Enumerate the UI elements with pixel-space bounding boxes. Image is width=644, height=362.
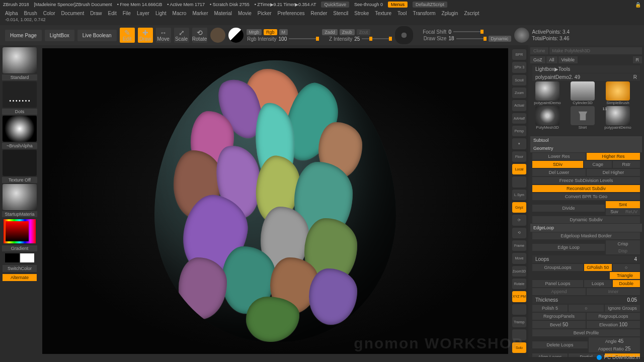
brush-size-preview[interactable] [395, 26, 413, 44]
geo-cage[interactable]: Cage [584, 161, 612, 168]
vp-▾[interactable]: ▾ [512, 138, 526, 149]
tool-PolyMesh3D[interactable]: PolyMesh3D [530, 106, 565, 134]
geo-triangle[interactable]: Triangle [610, 272, 640, 279]
mrgb-button[interactable]: Mrgb [247, 29, 262, 35]
geo-freeze-subdivision-levels[interactable]: Freeze SubDivision Levels [532, 177, 640, 184]
geo-angle[interactable]: Angle 45 [589, 337, 640, 345]
texture-thumbnail[interactable] [3, 150, 37, 176]
geo-○[interactable]: ○ [613, 264, 640, 271]
geo-del-lower[interactable]: Del Lower [532, 169, 586, 176]
tool-polypaintDemo[interactable]: polypaintDemo [530, 81, 565, 105]
menu-file[interactable]: File [123, 11, 131, 16]
menu-transform[interactable]: Transform [413, 11, 435, 16]
menu-layer[interactable]: Layer [137, 11, 149, 16]
vp-⟳[interactable]: ⟳ [512, 215, 526, 225]
section-edgeloop[interactable]: EdgeLoop [530, 224, 642, 232]
vp-icon-22[interactable] [512, 329, 526, 340]
3d-viewport[interactable] [42, 48, 508, 354]
draw-mode-button[interactable]: ✚Draw [138, 28, 153, 43]
menu-render[interactable]: Render [311, 11, 328, 16]
alpha-thumbnail[interactable] [3, 116, 37, 142]
switch-color-button[interactable]: SwitchColor [3, 265, 37, 272]
geo-aspect[interactable]: Aspect Ratio 25 [589, 345, 640, 352]
geo-crisp[interactable]: Crisp [606, 240, 640, 247]
geo-edge-loop[interactable]: Edge Loop [532, 244, 605, 251]
filter-all[interactable]: All [546, 56, 557, 63]
live-boolean-button[interactable]: Live Boolean [77, 30, 117, 41]
vp-rotate[interactable]: Rotate [512, 279, 526, 289]
geo-del-higher[interactable]: Del Higher [587, 169, 640, 176]
geo-reuv[interactable]: ReUV [623, 208, 640, 215]
geo-suv[interactable]: Suv [606, 208, 623, 215]
geo-disp[interactable]: Disp [606, 247, 640, 254]
geo-○[interactable]: ○ [569, 305, 604, 312]
swatch-white[interactable] [20, 253, 34, 262]
vp-icon-10[interactable] [512, 176, 526, 187]
geo-ignore-groups[interactable]: Ignore Groups [605, 305, 640, 312]
menu-stroke[interactable]: Stroke [354, 11, 369, 16]
clone-button[interactable]: Clone [530, 47, 548, 54]
m-button[interactable]: M [279, 29, 288, 35]
geo-double[interactable]: Double [613, 280, 640, 287]
geo-dynamic-subdiv[interactable]: Dynamic Subdiv [532, 216, 640, 223]
vp-move[interactable]: Move [512, 253, 526, 263]
geo-gpolish-50[interactable]: GPolish 50 [584, 264, 612, 271]
geo-smt[interactable]: Smt [606, 201, 640, 208]
z-intensity-slider[interactable] [362, 38, 392, 39]
geo-groupsloops[interactable]: GroupsLoops [532, 264, 583, 271]
vp-aahalf[interactable]: AAHalf [512, 113, 526, 124]
gizmo-button[interactable] [210, 28, 225, 43]
rotate-mode-button[interactable]: ⟲Rotate [192, 28, 207, 43]
default-zscript[interactable]: DefaultZScript [413, 2, 447, 8]
z-intensity-value[interactable]: 25 [354, 36, 360, 42]
gradient-label[interactable]: Gradient [2, 245, 37, 251]
subtool-section[interactable]: Subtool [530, 136, 642, 144]
vp-scroll[interactable]: Scroll [512, 75, 526, 85]
menu-texture[interactable]: Texture [375, 11, 391, 16]
zcut-button[interactable]: Zcut [357, 29, 371, 35]
menu-brush[interactable]: Brush [24, 11, 37, 16]
geo-rstr[interactable]: Rstr [613, 161, 640, 168]
zadd-button[interactable]: Zadd [322, 29, 338, 35]
geo-bevel[interactable]: Bevel 50 [532, 321, 586, 328]
geo-bevel-profile[interactable]: Bevel Profile [532, 329, 640, 336]
menu-edit[interactable]: Edit [108, 11, 117, 16]
menu-stencil[interactable]: Stencil [333, 11, 348, 16]
vp-zoom3d[interactable]: Zoom3D [512, 266, 526, 277]
focal-shift-value[interactable]: 0 [448, 29, 451, 35]
menu-marker[interactable]: Marker [192, 11, 208, 16]
geo-reconstruct-subdiv[interactable]: Reconstruct Subdiv [532, 185, 640, 192]
geo-polish-5[interactable]: Polish 5 [532, 305, 568, 312]
focal-shift-slider[interactable] [453, 31, 484, 32]
vp-frame[interactable]: Frame [512, 240, 526, 251]
geometry-section[interactable]: Geometry [530, 144, 642, 152]
vp-xyz-pm[interactable]: XYZ PM [512, 291, 526, 302]
menu-document[interactable]: Document [61, 11, 85, 16]
rgb-intensity-value[interactable]: 100 [279, 36, 287, 42]
geo-panel-loops[interactable]: Panel Loops [532, 280, 583, 287]
geo-sdiv[interactable]: SDiv [532, 161, 583, 168]
lock-icon[interactable]: 🔒 [635, 2, 641, 8]
geo-regrouploops[interactable]: RegroupLoops [587, 313, 640, 320]
menu-material[interactable]: Material [214, 11, 232, 16]
make-polymesh-button[interactable]: Make PolyMesh3D [549, 47, 642, 54]
menu-light[interactable]: Light [155, 11, 167, 16]
menu-movie[interactable]: Movie [238, 11, 252, 16]
menu-zplugin[interactable]: Zplugin [442, 11, 458, 16]
tool-SimpleBrush[interactable]: SimpleBrush [601, 81, 635, 105]
quicksave-button[interactable]: QuickSave [321, 2, 349, 8]
vp-persp[interactable]: Persp [512, 126, 526, 136]
vp-bpr[interactable]: BPR [512, 49, 526, 60]
tool-Cylinder3D[interactable]: Cylinder3D [566, 81, 600, 105]
vp-local[interactable]: Local [512, 164, 526, 174]
dynamic-preview[interactable] [514, 28, 529, 43]
vp-icon-20[interactable] [512, 304, 526, 315]
geo-lower-res[interactable]: Lower Res [532, 153, 586, 160]
edit-mode-button[interactable]: ✎Edit [120, 28, 135, 43]
menu-macro[interactable]: Macro [173, 11, 187, 16]
geo-edgeloop-masked-border[interactable]: Edgeloop Masked Border [532, 232, 640, 239]
filter-r[interactable]: R [633, 56, 642, 63]
vp-actual[interactable]: Actual [512, 100, 526, 111]
lightbox-button[interactable]: LightBox [45, 30, 74, 41]
vp-spix-3[interactable]: SPix 3 [512, 62, 526, 72]
